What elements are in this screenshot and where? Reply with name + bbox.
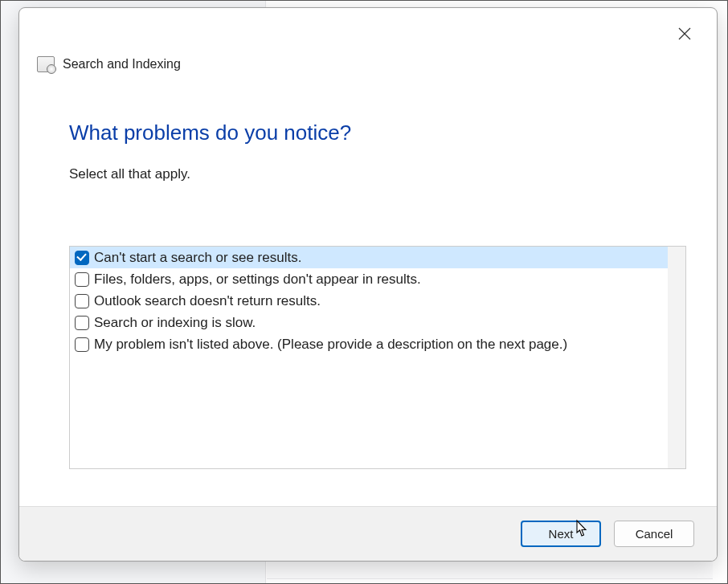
dialog-footer: Next Cancel: [19, 506, 717, 561]
dialog-header: Search and Indexing: [37, 56, 181, 72]
option-label: Search or indexing is slow.: [94, 315, 256, 331]
close-icon: [678, 27, 691, 40]
dialog-instruction: Select all that apply.: [69, 166, 190, 182]
option-checkbox[interactable]: [75, 251, 89, 265]
problem-option[interactable]: Outlook search doesn't return results.: [70, 290, 685, 312]
option-label: Files, folders, apps, or settings don't …: [94, 272, 421, 288]
problem-options-list: Can't start a search or see results.File…: [69, 246, 686, 469]
option-label: Outlook search doesn't return results.: [94, 293, 321, 309]
options-scrollbar[interactable]: [668, 247, 685, 468]
problem-option[interactable]: Can't start a search or see results.: [70, 247, 685, 268]
option-label: Can't start a search or see results.: [94, 250, 301, 266]
option-checkbox[interactable]: [75, 316, 89, 330]
dialog-question: What problems do you notice?: [69, 120, 351, 145]
troubleshooter-dialog: Search and Indexing What problems do you…: [18, 7, 718, 562]
problem-option[interactable]: My problem isn't listed above. (Please p…: [70, 333, 685, 355]
dialog-title: Search and Indexing: [63, 57, 181, 71]
option-checkbox[interactable]: [75, 272, 89, 287]
option-checkbox[interactable]: [75, 337, 89, 352]
problem-option[interactable]: Files, folders, apps, or settings don't …: [70, 268, 685, 290]
troubleshooter-icon: [37, 56, 55, 72]
next-button[interactable]: Next: [521, 521, 601, 547]
option-checkbox[interactable]: [75, 294, 89, 308]
close-button[interactable]: [669, 19, 701, 48]
problem-option[interactable]: Search or indexing is slow.: [70, 312, 685, 333]
option-label: My problem isn't listed above. (Please p…: [94, 337, 567, 353]
cancel-button[interactable]: Cancel: [614, 521, 694, 547]
